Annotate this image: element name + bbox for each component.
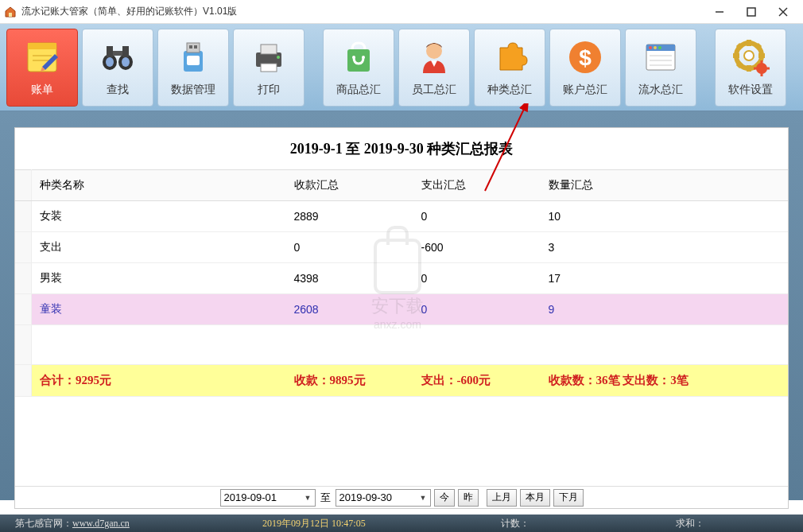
col-out[interactable]: 支出汇总 <box>413 170 541 201</box>
col-in[interactable]: 收款汇总 <box>286 170 413 201</box>
svg-text:$: $ <box>579 45 592 70</box>
toolbar-btn-goods[interactable]: 商品总汇 <box>323 29 394 107</box>
svg-rect-17 <box>187 43 200 52</box>
svg-point-27 <box>362 56 365 59</box>
content-area: 2019-9-1 至 2019-9-30 种类汇总报表 种类名称 收款汇总 支出… <box>0 111 803 500</box>
svg-point-48 <box>744 51 754 60</box>
toolbar-btn-staff[interactable]: 员工总汇 <box>398 29 470 107</box>
toolbar-label: 种类总汇 <box>487 83 532 97</box>
toolbar-btn-print[interactable]: 打印 <box>233 29 305 107</box>
svg-rect-0 <box>9 13 12 17</box>
table-row[interactable]: 男装4398017 <box>15 263 788 294</box>
svg-point-12 <box>122 57 130 67</box>
svg-rect-19 <box>194 45 197 49</box>
toolbar-label: 软件设置 <box>728 83 773 97</box>
report-panel: 2019-9-1 至 2019-9-30 种类汇总报表 种类名称 收款汇总 支出… <box>14 127 789 509</box>
status-sum: 求和： <box>676 517 795 530</box>
toolbar-label: 员工总汇 <box>412 83 456 97</box>
toolbar-btn-settings[interactable]: 软件设置 <box>715 29 786 107</box>
status-site: 第七感官网：www.d7gan.cn <box>8 517 262 530</box>
date-bar: 2019-09-01▼ 至 2019-09-30▼ 今 昨 上月 本月 下月 <box>15 486 788 508</box>
chevron-down-icon: ▼ <box>420 494 427 502</box>
svg-rect-22 <box>261 45 277 54</box>
toolbar-label: 账户总汇 <box>563 83 607 97</box>
svg-line-46 <box>738 63 742 67</box>
status-count: 计数： <box>501 517 676 530</box>
total-sum: 合计：9295元 <box>32 365 286 397</box>
date-separator: 至 <box>320 491 331 505</box>
last-month-button[interactable]: 上月 <box>487 489 517 507</box>
chevron-down-icon: ▼ <box>305 494 312 502</box>
svg-line-44 <box>738 45 742 49</box>
maximize-button[interactable] <box>735 1 767 23</box>
svg-point-26 <box>352 56 355 59</box>
notepad-icon <box>23 38 61 76</box>
svg-rect-20 <box>187 56 200 65</box>
window-title: 流水记账大管家（简单、好用的记账软件）V1.01版 <box>21 5 704 18</box>
usb-icon <box>174 38 212 76</box>
svg-point-49 <box>756 63 767 74</box>
svg-rect-2 <box>747 8 755 16</box>
col-qty[interactable]: 数量汇总 <box>541 170 789 201</box>
toolbar-label: 商品总汇 <box>336 83 381 97</box>
toolbar-label: 数据管理 <box>171 83 215 97</box>
svg-rect-6 <box>28 43 56 49</box>
binoculars-icon <box>99 38 137 76</box>
svg-rect-15 <box>113 51 122 56</box>
toolbar-btn-flow[interactable]: 流水总汇 <box>625 29 696 107</box>
toolbar-btn-account[interactable]: $ 账户总汇 <box>549 29 621 107</box>
svg-point-34 <box>654 46 657 49</box>
titlebar: 流水记账大管家（简单、好用的记账软件）V1.01版 <box>0 0 803 24</box>
svg-point-35 <box>658 46 661 49</box>
minimize-button[interactable] <box>704 1 735 23</box>
table-row[interactable]: 女装2889010 <box>15 201 788 232</box>
report-title: 2019-9-1 至 2019-9-30 种类汇总报表 <box>15 128 788 169</box>
toolbar-btn-data[interactable]: 数据管理 <box>157 29 229 107</box>
main-toolbar: 账单 查找 数据管理 打印 商品总汇 员工总汇 种类总汇 <box>0 24 803 111</box>
gutter-header <box>15 170 32 201</box>
toolbar-label: 查找 <box>107 83 129 97</box>
yesterday-button[interactable]: 昨 <box>458 489 479 507</box>
total-in: 收款：9895元 <box>286 365 413 397</box>
toolbar-label: 账单 <box>31 83 53 97</box>
dollar-icon: $ <box>566 38 604 76</box>
gear-icon <box>731 38 770 76</box>
next-month-button[interactable]: 下月 <box>553 489 584 507</box>
svg-rect-23 <box>261 64 277 72</box>
table-row[interactable]: 支出0-6003 <box>15 232 788 263</box>
close-button[interactable] <box>767 1 799 23</box>
app-icon <box>4 6 17 18</box>
svg-point-33 <box>649 46 652 49</box>
svg-point-11 <box>106 57 114 67</box>
window-icon <box>642 38 680 76</box>
toolbar-btn-bill[interactable]: 账单 <box>6 29 78 107</box>
today-button[interactable]: 今 <box>434 489 455 507</box>
report-table: 种类名称 收款汇总 支出汇总 数量汇总 女装2889010支出0-6003男装4… <box>15 169 788 397</box>
date-from-input[interactable]: 2019-09-01▼ <box>220 489 316 507</box>
col-name[interactable]: 种类名称 <box>32 170 286 201</box>
total-out: 支出：-600元 <box>413 365 541 397</box>
svg-rect-14 <box>122 46 129 57</box>
totals-row: 合计：9295元 收款：9895元 支出：-600元 收款数：36笔 支出数：3… <box>15 365 788 397</box>
toolbar-btn-category[interactable]: 种类总汇 <box>474 29 545 107</box>
svg-rect-18 <box>189 45 192 49</box>
this-month-button[interactable]: 本月 <box>520 489 550 507</box>
date-to-input[interactable]: 2019-09-30▼ <box>336 489 431 507</box>
table-row[interactable]: 童装260809 <box>15 294 788 325</box>
svg-rect-13 <box>107 46 113 57</box>
person-icon <box>415 38 453 76</box>
shopping-bag-icon <box>339 38 378 76</box>
puzzle-icon <box>491 38 529 76</box>
toolbar-label: 流水总汇 <box>638 83 683 97</box>
printer-icon <box>250 38 288 76</box>
statusbar: 第七感官网：www.d7gan.cn 2019年09月12日 10:47:05 … <box>0 515 803 532</box>
total-qty: 收款数：36笔 支出数：3笔 <box>541 365 789 397</box>
toolbar-label: 打印 <box>258 83 280 97</box>
status-datetime: 2019年09月12日 10:47:05 <box>262 517 501 530</box>
toolbar-btn-search[interactable]: 查找 <box>82 29 153 107</box>
svg-point-24 <box>277 56 280 59</box>
svg-line-47 <box>756 45 760 49</box>
svg-rect-25 <box>347 49 370 72</box>
table-header-row: 种类名称 收款汇总 支出汇总 数量汇总 <box>15 170 788 201</box>
